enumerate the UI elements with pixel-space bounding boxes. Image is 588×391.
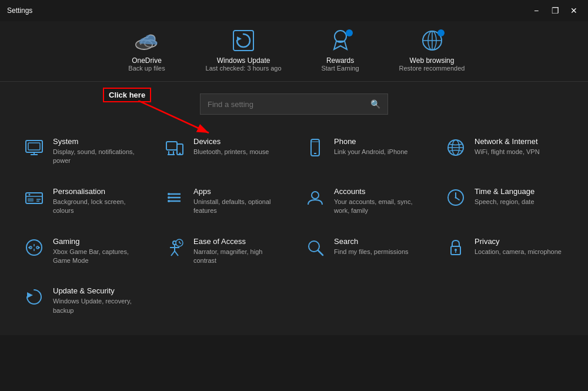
svg-point-40 xyxy=(312,192,319,199)
svg-line-61 xyxy=(318,250,323,255)
windows-update-icon xyxy=(231,28,256,53)
system-icon xyxy=(24,138,45,157)
settings-item-network[interactable]: Network & Internet WiFi, flight mode, VP… xyxy=(439,129,570,174)
minimize-button[interactable]: − xyxy=(529,4,543,18)
apps-desc: Uninstall, defaults, optional features xyxy=(193,198,283,216)
phone-title: Phone xyxy=(334,137,407,146)
network-title: Network & Internet xyxy=(475,137,540,146)
banner-windows-update[interactable]: Windows Update Last checked: 3 hours ago xyxy=(206,28,282,72)
svg-point-63 xyxy=(455,249,457,251)
svg-rect-31 xyxy=(28,198,34,202)
svg-rect-17 xyxy=(166,142,177,150)
title-bar: Settings − ❐ ✕ xyxy=(0,0,588,21)
settings-item-search[interactable]: Search Find my files, permissions xyxy=(299,229,430,274)
svg-line-12 xyxy=(138,101,209,133)
search-settings-desc: Find my files, permissions xyxy=(334,248,409,256)
settings-item-gaming[interactable]: Gaming Xbox Game Bar, captures, Game Mod… xyxy=(18,229,149,274)
settings-item-system[interactable]: System Display, sound, notifications, po… xyxy=(18,129,149,174)
svg-marker-4 xyxy=(237,36,242,41)
windows-update-title: Windows Update xyxy=(217,56,270,65)
rewards-icon xyxy=(328,28,353,53)
settings-item-update[interactable]: Update & Security Windows Update, recove… xyxy=(18,278,149,323)
accounts-icon xyxy=(305,188,326,207)
top-banner: OneDrive Back up files Windows Update La… xyxy=(0,21,588,82)
web-browsing-icon xyxy=(420,28,445,53)
banner-web-browsing[interactable]: Web browsing Restore recommended xyxy=(399,28,465,72)
update-title: Update & Security xyxy=(53,286,143,295)
svg-point-30 xyxy=(29,193,31,195)
search-input[interactable] xyxy=(208,100,370,109)
maximize-button[interactable]: ❐ xyxy=(548,4,562,18)
svg-point-22 xyxy=(179,153,181,155)
settings-item-ease[interactable]: Ease of Access Narrator, magnifier, high… xyxy=(158,229,289,274)
settings-item-time[interactable]: Time & Language Speech, region, date xyxy=(439,179,570,224)
search-settings-title: Search xyxy=(334,237,409,246)
web-browsing-title: Web browsing xyxy=(410,56,455,65)
apps-title: Apps xyxy=(193,187,283,196)
gaming-title: Gaming xyxy=(53,237,143,246)
svg-marker-65 xyxy=(27,292,33,298)
system-title: System xyxy=(53,137,143,146)
devices-desc: Bluetooth, printers, mouse xyxy=(193,148,269,156)
main-content: Click here 🔍 xyxy=(0,82,588,335)
settings-item-apps[interactable]: Apps Uninstall, defaults, optional featu… xyxy=(158,179,289,224)
windows-update-subtitle: Last checked: 3 hours ago xyxy=(206,65,282,72)
time-title: Time & Language xyxy=(475,187,534,196)
accounts-title: Accounts xyxy=(334,187,424,196)
rewards-subtitle: Start Earning xyxy=(321,65,359,72)
app-title: Settings xyxy=(7,6,32,15)
svg-line-56 xyxy=(175,251,178,256)
settings-item-personalisation[interactable]: Personalisation Background, lock screen,… xyxy=(18,179,149,224)
network-desc: WiFi, flight mode, VPN xyxy=(475,148,540,156)
gaming-desc: Xbox Game Bar, captures, Game Mode xyxy=(53,248,143,266)
system-desc: Display, sound, notifications, power xyxy=(53,148,143,166)
svg-rect-16 xyxy=(28,143,40,150)
web-browsing-subtitle: Restore recommended xyxy=(399,65,465,72)
privacy-icon xyxy=(445,238,466,257)
onedrive-icon xyxy=(135,28,159,53)
close-button[interactable]: ✕ xyxy=(567,4,581,18)
svg-point-37 xyxy=(168,193,170,195)
search-area: Click here 🔍 xyxy=(18,93,570,115)
network-icon xyxy=(445,138,466,157)
settings-grid: System Display, sound, notifications, po… xyxy=(18,129,570,323)
onedrive-subtitle: Back up files xyxy=(128,65,165,72)
onedrive-title: OneDrive xyxy=(132,56,162,65)
ease-title: Ease of Access xyxy=(193,237,283,246)
annotation-arrow xyxy=(138,101,229,142)
ease-desc: Narrator, magnifier, high contrast xyxy=(193,248,283,266)
svg-point-39 xyxy=(168,200,170,202)
time-desc: Speech, region, date xyxy=(475,198,534,206)
settings-item-privacy[interactable]: Privacy Location, camera, microphone xyxy=(439,229,570,274)
phone-desc: Link your Android, iPhone xyxy=(334,148,407,156)
accounts-desc: Your accounts, email, sync, work, family xyxy=(334,198,424,216)
time-icon xyxy=(445,188,466,207)
click-here-annotation: Click here xyxy=(103,88,151,102)
banner-rewards[interactable]: Rewards Start Earning xyxy=(317,28,364,72)
personalisation-title: Personalisation xyxy=(53,187,143,196)
search-icon: 🔍 xyxy=(370,99,380,109)
window-controls: − ❐ ✕ xyxy=(529,4,581,18)
svg-point-38 xyxy=(168,196,170,199)
update-icon xyxy=(24,288,45,306)
svg-line-59 xyxy=(179,243,181,243)
phone-icon xyxy=(305,138,326,157)
privacy-title: Privacy xyxy=(475,237,562,246)
search-settings-icon xyxy=(305,238,326,257)
svg-line-55 xyxy=(171,251,175,256)
ease-icon xyxy=(164,238,185,257)
personalisation-icon xyxy=(24,188,45,207)
banner-onedrive[interactable]: OneDrive Back up files xyxy=(123,28,171,72)
rewards-title: Rewards xyxy=(326,56,354,65)
apps-icon xyxy=(164,188,185,207)
gaming-icon xyxy=(24,238,45,257)
update-desc: Windows Update, recovery, backup xyxy=(53,297,143,315)
svg-point-44 xyxy=(455,196,457,198)
privacy-desc: Location, camera, microphone xyxy=(475,248,562,256)
settings-item-phone[interactable]: Phone Link your Android, iPhone xyxy=(299,129,430,174)
settings-item-accounts[interactable]: Accounts Your accounts, email, sync, wor… xyxy=(299,179,430,224)
personalisation-desc: Background, lock screen, colours xyxy=(53,198,143,216)
